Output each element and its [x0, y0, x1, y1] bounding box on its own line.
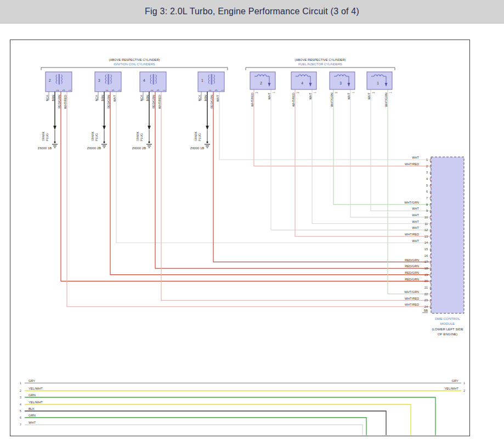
- figure-title-bar: Fig 3: 2.0L Turbo, Engine Performance Ci…: [0, 0, 504, 24]
- harness-wires: [61, 89, 429, 307]
- left-pin-number: 2: [20, 389, 21, 392]
- group-brace: [246, 67, 395, 70]
- dme-pin-number: 9: [426, 209, 428, 212]
- pin-number: 1: [69, 89, 71, 91]
- dme-pin-3: 3(: [426, 170, 432, 175]
- wire-grn: [25, 418, 366, 435]
- wire-yel-wht: [25, 404, 411, 435]
- wire-label: RED/GRN: [107, 95, 110, 109]
- dme-pin-2: 2(WHT/RED: [405, 162, 432, 168]
- dme-pin-23: 23(WHT/RED: [405, 297, 432, 303]
- dme-pin-wire-label: WHT/GRN: [404, 290, 419, 294]
- wire-wht-red-dme-pin-2: [254, 89, 429, 166]
- wire-label: NCA: [95, 95, 98, 102]
- dme-pin-9: 9(WHT: [412, 207, 431, 213]
- pin-number: 2: [256, 92, 258, 93]
- left-pin-number: 3: [20, 396, 21, 399]
- dme-pin-wire-label: WHT: [412, 207, 419, 210]
- wire-label: RED/GRN: [210, 95, 213, 109]
- wire-label: WHT/RED: [251, 93, 254, 106]
- injector-box: [367, 72, 392, 89]
- dme-pin-number: 1: [426, 158, 428, 161]
- dme-pin-connector-icon: (: [430, 260, 432, 264]
- dme-pin-wire-label: RED/GRN: [405, 271, 419, 274]
- pin-number: 2: [372, 92, 375, 93]
- dme-pin-connector-icon: (: [430, 247, 432, 252]
- wire-label: BRN: [146, 95, 149, 101]
- left-pin-number: 6: [20, 416, 21, 419]
- dme-pin-16: 16(: [424, 253, 432, 258]
- dme-pin-connector-icon: (: [430, 228, 432, 233]
- wire-color-label: GRN: [29, 393, 36, 397]
- dme-pin-wire-label: RED/GRN: [405, 278, 419, 281]
- wire-label: WHT: [113, 94, 116, 102]
- wire-label: BRN: [204, 95, 207, 101]
- pin-number: 3: [215, 89, 218, 91]
- wire-label: RED/GRN: [152, 95, 155, 109]
- injector-box: [330, 72, 355, 89]
- dme-pin-connector-icon: (: [430, 183, 432, 188]
- dme-pin-24: 24(WHT/RED: [405, 303, 432, 309]
- left-pin-number: 5: [20, 409, 21, 413]
- dme-pin-number: 17: [424, 260, 428, 263]
- wire-label: RED/GRN: [58, 95, 61, 109]
- dme-location: OF ENGINE): [438, 332, 457, 336]
- dme-box: [431, 157, 464, 313]
- spark-plug-label: PLUG: [46, 133, 49, 141]
- dme-pin-1: 1(WHT: [412, 156, 431, 162]
- dme-pin-wire-label: WHT: [412, 156, 419, 159]
- dme-pin-number: 2: [426, 165, 428, 168]
- coil-cylinder-number: 4: [143, 78, 145, 82]
- injector-box: [291, 72, 316, 89]
- injector-box: [250, 72, 275, 89]
- ground-id-label: Z6000 1B: [38, 147, 52, 150]
- dme-pin-connector-icon: (: [430, 195, 432, 200]
- group-title: FUEL INJECTOR CYLINDERS: [298, 63, 342, 66]
- junction-dot: [54, 141, 55, 143]
- dme-pin-22: 22(WHT/GRN: [404, 290, 431, 296]
- wire-label: WHT/GRN: [384, 93, 388, 107]
- pin-number: 1: [389, 92, 392, 93]
- wire-red-grn-dme-pin-19: [110, 92, 429, 275]
- dme-pin-wire-label: WHT: [412, 220, 419, 223]
- dme-pin-wire-label: WHT/RED: [405, 233, 419, 236]
- spark-plug-label: SPARK: [136, 131, 139, 141]
- wire-label: WHT: [216, 94, 219, 102]
- dme-pin-number: 8: [426, 203, 428, 206]
- dme-pin-number: 6: [426, 190, 428, 193]
- wire-label: WHT/RED: [64, 95, 67, 109]
- injector-cylinder-number: 4: [301, 81, 303, 85]
- dme-pin-connector-icon: (: [430, 304, 432, 309]
- ground-id-label: Z6000 1B: [190, 147, 204, 150]
- wire-label: BRN: [101, 95, 104, 101]
- wire-wht-grn-dme-pin-22: [388, 89, 429, 294]
- wire-wht: [25, 425, 363, 435]
- wire-label: WHT: [367, 92, 371, 99]
- dme-pin-14: 14(WHT: [412, 239, 431, 245]
- dme-pin-connector-icon: (: [430, 240, 432, 245]
- dme-pin-wire-label: WHT: [412, 239, 419, 243]
- dme-pin-20: 20(RED/GRN: [405, 278, 431, 284]
- dme-pin-wire-label: WHT: [412, 213, 419, 217]
- dme-pin-connector-icon: (: [430, 285, 432, 290]
- dme-pin-19: 19(RED/GRN: [405, 271, 431, 277]
- dme-pin-number: 12: [424, 228, 428, 232]
- dme-pin-number: 7: [426, 196, 428, 200]
- wire-label: NCA: [46, 95, 49, 102]
- junction-dot: [148, 141, 150, 143]
- pin-number: 1: [352, 92, 355, 93]
- injector-cylinder-number: 2: [260, 81, 262, 85]
- pin-number: 1: [118, 89, 121, 91]
- ground-id-label: Z6000 2B: [87, 147, 101, 150]
- pin-number: 2: [106, 89, 109, 91]
- dme-pin-number: 4: [426, 177, 428, 181]
- wire-wht-dme-pin-10: [350, 89, 429, 217]
- group-caption: (ABOVE RESPECTIVE CYLINDER): [295, 58, 346, 61]
- wire-label: WHT/RED: [292, 93, 295, 106]
- dme-pin-7: 7(: [426, 195, 432, 200]
- pin-number: 1: [221, 89, 224, 91]
- dme-pin-number: 22: [424, 292, 428, 296]
- dme-pin-connector-icon: (: [430, 164, 432, 168]
- dme-connector-id: 5B: [424, 309, 428, 312]
- bottom-wire-5: 5BLK: [20, 407, 386, 435]
